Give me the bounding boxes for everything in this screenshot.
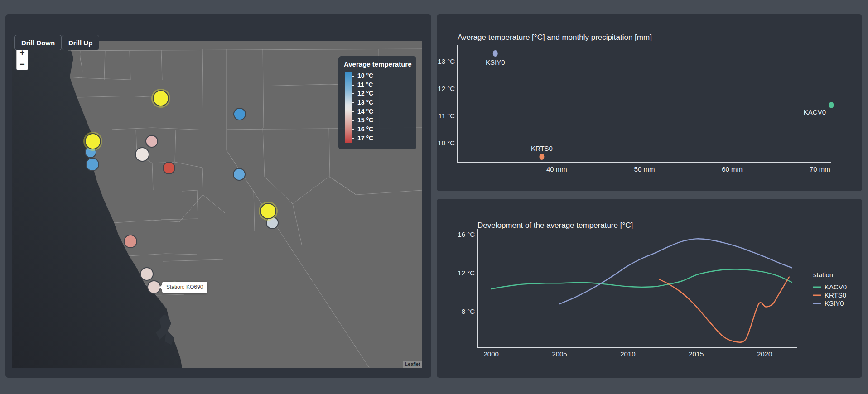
legend-label: 15 °C [357, 116, 373, 125]
station-marker[interactable] [86, 158, 99, 171]
scatter-panel: Average temperature [°C] and monthly pre… [437, 14, 862, 191]
scatter-title: Average temperature [°C] and monthly pre… [458, 33, 652, 42]
legend-entry-KSIY0[interactable]: KSIY0 [813, 299, 844, 307]
scatter-point-label: KACV0 [804, 108, 826, 116]
scatter-y-tick-label: 10 °C [438, 139, 455, 147]
dashboard: Drill Down Drill Up [0, 0, 868, 394]
legend-label: 16 °C [357, 125, 373, 134]
legend-label: 13 °C [357, 98, 373, 107]
station-marker[interactable] [140, 268, 153, 280]
legend-entry-label: KRTS0 [825, 291, 846, 299]
legend-title: Average temperature [344, 60, 412, 68]
station-marker[interactable] [148, 281, 160, 293]
scatter-x-tick-label: 50 mm [634, 165, 655, 173]
line-x-tick-label: 2000 [483, 350, 498, 358]
scatter-point[interactable] [539, 154, 544, 160]
scatter-point[interactable] [829, 102, 834, 108]
line-y-tick-label: 12 °C [458, 269, 475, 277]
map-panel: Drill Down Drill Up [5, 14, 431, 378]
scatter-point[interactable] [493, 50, 498, 57]
legend-label: 14 °C [357, 107, 373, 116]
station-marker[interactable] [260, 203, 276, 219]
legend-entry-label: KACV0 [825, 283, 847, 291]
station-marker[interactable] [85, 134, 101, 149]
scatter-chart: Average temperature [°C] and monthly pre… [437, 14, 862, 191]
line-legend-title: station [813, 271, 833, 279]
line-y-tick-label: 16 °C [458, 231, 475, 238]
drill-down-button[interactable]: Drill Down [14, 35, 62, 50]
scatter-x-tick-label: 70 mm [810, 165, 830, 173]
leaflet-attribution[interactable]: Leaflet [403, 361, 422, 368]
station-marker[interactable] [146, 135, 158, 147]
scatter-x-tick-label: 60 mm [722, 165, 743, 173]
station-marker[interactable] [234, 108, 246, 120]
scatter-point-label: KRTS0 [531, 144, 553, 152]
station-marker[interactable] [135, 148, 149, 161]
station-marker[interactable] [124, 235, 137, 248]
scatter-y-tick-label: 11 °C [438, 112, 455, 120]
station-marker[interactable] [163, 162, 175, 174]
scatter-y-tick-label: 12 °C [438, 85, 455, 92]
legend-label: 10 °C [357, 72, 373, 81]
legend-label: 17 °C [357, 134, 373, 143]
station-marker[interactable] [233, 168, 245, 180]
temperature-legend: Average temperature 10 °C11 °C12 °C13 °C… [338, 56, 416, 149]
scatter-y-tick-label: 13 °C [438, 58, 455, 65]
line-chart-panel: Development of the average temperature [… [437, 199, 862, 378]
line-x-tick-label: 2010 [620, 350, 635, 358]
legend-entry-label: KSIY0 [825, 299, 844, 307]
line-chart-title: Development of the average temperature [… [477, 221, 633, 230]
station-marker[interactable] [153, 91, 169, 106]
legend-entry-KRTS0[interactable]: KRTS0 [813, 291, 846, 299]
map[interactable]: + − Average temperature 10 °C11 °C12 °C1… [12, 41, 422, 368]
scatter-x-tick-label: 40 mm [546, 165, 567, 173]
line-x-tick-label: 2020 [757, 350, 772, 358]
scatter-point-label: KSIY0 [486, 58, 505, 66]
scatter-axes [458, 45, 831, 162]
zoom-out-button[interactable]: − [17, 58, 28, 70]
legend-label: 11 °C [357, 81, 373, 90]
legend-label: 12 °C [357, 89, 373, 98]
drill-up-button[interactable]: Drill Up [62, 35, 99, 50]
series-line-KRTS0 [659, 277, 789, 342]
station-tooltip: Station: KO690 [162, 282, 207, 293]
line-chart: Development of the average temperature [… [437, 199, 862, 378]
legend-gradient-bar [345, 72, 352, 143]
legend-labels: 10 °C11 °C12 °C13 °C14 °C15 °C16 °C17 °C [357, 72, 373, 143]
line-x-tick-label: 2005 [552, 350, 567, 358]
series-line-KACV0 [491, 269, 792, 289]
line-x-tick-label: 2015 [689, 350, 704, 358]
line-y-tick-label: 8 °C [462, 308, 475, 315]
legend-entry-KACV0[interactable]: KACV0 [813, 283, 847, 291]
